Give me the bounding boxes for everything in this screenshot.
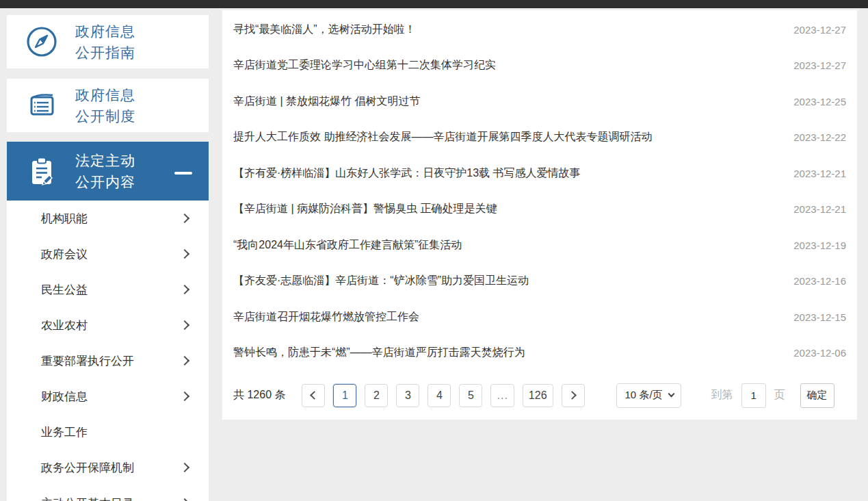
- news-date: 2023-12-27: [793, 24, 846, 36]
- news-date: 2023-12-27: [793, 60, 846, 71]
- news-date: 2023-12-25: [793, 96, 846, 107]
- book-icon: [25, 88, 59, 123]
- news-row[interactable]: 辛店街道召开烟花爆竹燃放管控工作会 2023-12-15: [233, 299, 846, 335]
- news-title-link[interactable]: 提升人大工作质效 助推经济社会发展——辛店街道开展第四季度人大代表专题调研活动: [233, 130, 652, 144]
- next-page-button[interactable]: [562, 384, 585, 407]
- page-button-4[interactable]: 4: [428, 384, 451, 407]
- goto-prefix-label: 到第: [711, 388, 733, 402]
- news-row[interactable]: 辛店街道 | 禁放烟花爆竹 倡树文明过节 2023-12-25: [233, 84, 846, 120]
- menu-label: 财政信息: [41, 389, 88, 404]
- news-title-link[interactable]: 辛店街道召开烟花爆竹燃放管控工作会: [233, 310, 419, 324]
- compass-icon: [25, 25, 59, 59]
- chevron-right-icon: [180, 214, 189, 223]
- sidebar-card-system[interactable]: 政府信息 公开制度: [7, 79, 209, 132]
- news-date: 2023-12-19: [793, 240, 846, 251]
- sidebar-item-organization[interactable]: 机构职能: [7, 201, 209, 236]
- news-row[interactable]: 【齐有爱·榜样临淄】山东好人张学武：日夜守护13载 书写感人爱情故事 2023-…: [233, 155, 846, 192]
- sidebar-card-guide[interactable]: 政府信息 公开指南: [7, 15, 209, 68]
- news-row[interactable]: 【辛店街道 | 病媒防治科普】警惕臭虫 正确处理是关键 2023-12-21: [233, 192, 846, 228]
- page-button-126[interactable]: 126: [523, 384, 553, 407]
- news-list: 寻找“最美临淄人”，选树活动开始啦！ 2023-12-27 辛店街道党工委理论学…: [222, 10, 857, 371]
- menu-label: 主动公开基本目录: [41, 496, 134, 501]
- menu-label: 农业农村: [41, 318, 88, 333]
- news-date: 2023-12-16: [793, 275, 846, 287]
- sidebar-item-openness-guarantee[interactable]: 政务公开保障机制: [7, 450, 209, 485]
- clipboard-pen-icon: [25, 154, 59, 188]
- chevron-right-icon: [180, 498, 189, 501]
- news-title-link[interactable]: 【齐友爱·志愿临淄】辛店街道：“铲冰除雪”助力爱国卫生运动: [233, 274, 529, 288]
- goto-page-group: 到第 页 确定: [711, 383, 834, 408]
- prev-page-button[interactable]: [302, 384, 325, 407]
- chevron-right-icon: [180, 356, 189, 365]
- menu-label: 民生公益: [41, 282, 88, 298]
- menu-label: 业务工作: [41, 424, 88, 440]
- news-title-link[interactable]: 寻找“最美临淄人”，选树活动开始啦！: [233, 23, 416, 37]
- news-title-link[interactable]: 辛店街道 | 禁放烟花爆竹 倡树文明过节: [233, 94, 421, 109]
- sidebar-item-finance[interactable]: 财政信息: [7, 378, 209, 414]
- news-row[interactable]: 辛店街道党工委理论学习中心组第十二次集体学习纪实 2023-12-27: [233, 48, 846, 84]
- sidebar-item-deployment[interactable]: 重要部署执行公开: [7, 343, 209, 378]
- sidebar-card-statutory-label: 法定主动 公开内容: [75, 150, 135, 192]
- chevron-right-icon: [180, 249, 189, 259]
- news-row[interactable]: 提升人大工作质效 助推经济社会发展——辛店街道开展第四季度人大代表专题调研活动 …: [233, 120, 846, 156]
- news-date: 2023-12-22: [793, 131, 846, 143]
- page-button-3[interactable]: 3: [396, 384, 419, 407]
- chevron-right-icon: [180, 285, 189, 294]
- menu-label: 重要部署执行公开: [41, 353, 134, 369]
- news-row[interactable]: 【齐友爱·志愿临淄】辛店街道：“铲冰除雪”助力爱国卫生运动 2023-12-16: [233, 264, 846, 300]
- page-button-1[interactable]: 1: [333, 384, 356, 407]
- news-row[interactable]: 寻找“最美临淄人”，选树活动开始啦！ 2023-12-27: [233, 12, 846, 48]
- news-title-link[interactable]: 【齐有爱·榜样临淄】山东好人张学武：日夜守护13载 书写感人爱情故事: [233, 166, 581, 181]
- news-date: 2023-12-21: [793, 168, 846, 179]
- news-row[interactable]: “我向2024年山东省政府工作建言献策”征集活动 2023-12-19: [233, 227, 846, 264]
- sidebar-card-system-label: 政府信息 公开制度: [75, 84, 135, 127]
- news-row[interactable]: 警钟长鸣，防患于未“燃”——辛店街道严厉打击露天焚烧行为 2023-12-06: [233, 335, 846, 372]
- chevron-right-icon: [180, 463, 189, 472]
- page-size-label: 10 条/页: [625, 389, 663, 402]
- sidebar-menu: 机构职能 政府会议 民生公益 农业农村 重要部署执行公开 财政信息 业务工作 政…: [7, 201, 209, 501]
- news-title-link[interactable]: 辛店街道党工委理论学习中心组第十二次集体学习纪实: [233, 58, 496, 73]
- goto-page-input[interactable]: [741, 383, 766, 408]
- news-title-link[interactable]: “我向2024年山东省政府工作建言献策”征集活动: [233, 238, 462, 253]
- menu-label: 政务公开保障机制: [41, 460, 134, 476]
- sidebar-item-basic-catalog[interactable]: 主动公开基本目录: [7, 485, 209, 501]
- sidebar-item-livelihood[interactable]: 民生公益: [7, 272, 209, 307]
- collapse-minus-icon[interactable]: [174, 172, 192, 175]
- sidebar-item-agriculture[interactable]: 农业农村: [7, 307, 209, 343]
- sidebar-card-statutory-active[interactable]: 法定主动 公开内容: [7, 142, 209, 201]
- confirm-button[interactable]: 确定: [800, 383, 834, 408]
- news-date: 2023-12-06: [793, 347, 846, 359]
- sidebar-item-business-work[interactable]: 业务工作: [7, 414, 209, 450]
- news-date: 2023-12-15: [793, 311, 846, 323]
- sidebar-item-gov-meetings[interactable]: 政府会议: [7, 236, 209, 272]
- page-ellipsis-button[interactable]: ...: [490, 384, 514, 407]
- total-count-label: 共 1260 条: [233, 388, 285, 402]
- page-button-5[interactable]: 5: [459, 384, 482, 407]
- chevron-right-icon: [180, 391, 189, 401]
- top-dark-bar: [0, 0, 868, 8]
- news-title-link[interactable]: 【辛店街道 | 病媒防治科普】警惕臭虫 正确处理是关键: [233, 202, 497, 216]
- page-size-select[interactable]: 10 条/页: [616, 383, 681, 408]
- chevron-down-icon: [668, 391, 674, 398]
- menu-label: 政府会议: [41, 246, 88, 262]
- news-date: 2023-12-21: [793, 203, 846, 215]
- news-title-link[interactable]: 警钟长鸣，防患于未“燃”——辛店街道严厉打击露天焚烧行为: [233, 346, 525, 360]
- chevron-right-icon: [180, 320, 189, 330]
- chevron-left-icon: [311, 391, 319, 400]
- chevron-right-icon: [568, 391, 577, 400]
- menu-label: 机构职能: [41, 211, 88, 227]
- goto-suffix-label: 页: [774, 388, 785, 402]
- page-button-2[interactable]: 2: [365, 384, 388, 407]
- pagination-bar: 共 1260 条 1 2 3 4 5 ... 126 10 条/页 到第 页 确…: [233, 371, 846, 420]
- sidebar-card-guide-label: 政府信息 公开指南: [75, 21, 135, 63]
- news-panel: 寻找“最美临淄人”，选树活动开始啦！ 2023-12-27 辛店街道党工委理论学…: [222, 10, 857, 420]
